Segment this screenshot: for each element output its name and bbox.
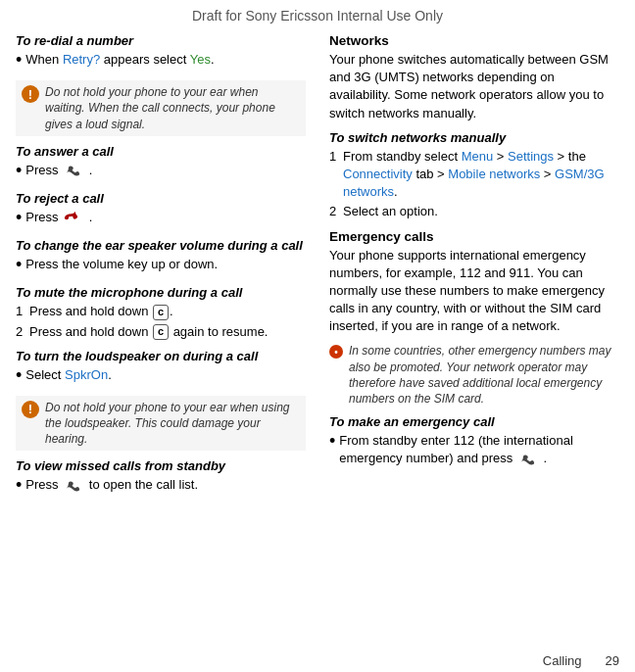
- bullet-icon: •: [16, 48, 22, 72]
- item-text: Press .: [25, 162, 306, 179]
- section-mute-title: To mute the microphone during a call: [16, 285, 306, 300]
- info-box-1: • In some countries, other emergency num…: [329, 343, 619, 407]
- info-text-1: In some countries, other emergency numbe…: [349, 343, 619, 407]
- switch-networks-title: To switch networks manually: [329, 130, 619, 145]
- settings-link: Settings: [508, 149, 554, 164]
- list-number: 2: [16, 323, 29, 341]
- section-loudspeaker: To turn the loudspeaker on during a call…: [16, 349, 306, 388]
- section-reject: To reject a call • Press .: [16, 191, 306, 230]
- draft-header: Draft for Sony Ericsson Internal Use Onl…: [0, 0, 635, 29]
- footer-page-number: 29: [606, 653, 619, 668]
- spkron-text: SpkrOn: [65, 367, 108, 382]
- section-redial-title: To re-dial a number: [16, 33, 306, 48]
- item-text: From standby select Menu > Settings > th…: [343, 148, 619, 202]
- list-item: 1 From standby select Menu > Settings > …: [329, 148, 619, 202]
- yes-text: Yes: [190, 52, 211, 67]
- list-item: • Press .: [16, 162, 306, 183]
- networks-body: Your phone switches automatically betwee…: [329, 51, 619, 122]
- section-redial: To re-dial a number • When Retry? appear…: [16, 33, 306, 72]
- menu-link: Menu: [462, 149, 494, 164]
- item-text: When Retry? appears select Yes.: [25, 51, 306, 69]
- footer: Calling 29: [0, 649, 635, 672]
- section-mute: To mute the microphone during a call 1 P…: [16, 285, 306, 340]
- section-missed-title: To view missed calls from standby: [16, 458, 306, 473]
- right-column: Networks Your phone switches automatical…: [325, 33, 619, 666]
- c-key-icon: c: [153, 305, 169, 320]
- section-switch-networks: To switch networks manually 1 From stand…: [329, 130, 619, 221]
- section-loudspeaker-title: To turn the loudspeaker on during a call: [16, 349, 306, 363]
- list-item: • When Retry? appears select Yes.: [16, 51, 306, 72]
- item-text: Press the volume key up or down.: [25, 256, 306, 273]
- mobile-networks-link: Mobile networks: [448, 167, 540, 181]
- list-item: • Press to open the call list.: [16, 476, 306, 498]
- section-make-emergency: To make an emergency call • From standby…: [329, 414, 619, 467]
- bullet-icon: •: [329, 429, 335, 454]
- section-networks: Networks Your phone switches automatical…: [329, 33, 619, 122]
- section-volume-title: To change the ear speaker volume during …: [16, 238, 306, 253]
- section-answer: To answer a call • Press .: [16, 144, 306, 183]
- item-text: Select SpkrOn.: [25, 366, 306, 384]
- item-text: Press and hold down c.: [29, 303, 306, 320]
- list-item: • Press the volume key up or down.: [16, 256, 306, 277]
- list-item: 2 Select an option.: [329, 203, 619, 220]
- warning-icon-1: !: [22, 85, 39, 103]
- bullet-icon: •: [16, 363, 22, 388]
- call-accept-icon: [64, 164, 83, 177]
- list-item: 1 Press and hold down c.: [16, 303, 306, 320]
- call-accept-icon-2: [64, 479, 83, 493]
- warning-box-1: ! Do not hold your phone to your ear whe…: [16, 80, 306, 136]
- bullet-icon: •: [16, 206, 22, 230]
- bullet-icon: •: [16, 473, 22, 498]
- list-item: • Select SpkrOn.: [16, 366, 306, 388]
- emergency-body: Your phone supports international emerge…: [329, 247, 619, 336]
- c-key-icon: c: [153, 324, 169, 340]
- section-emergency: Emergency calls Your phone supports inte…: [329, 229, 619, 336]
- item-text: Press to open the call list.: [25, 476, 306, 494]
- warning-text-1: Do not hold your phone to your ear when …: [45, 84, 300, 132]
- list-item: 2 Press and hold down c again to resume.: [16, 323, 306, 341]
- section-volume: To change the ear speaker volume during …: [16, 238, 306, 277]
- list-number: 1: [16, 303, 29, 320]
- call-accept-icon-3: [518, 453, 538, 466]
- networks-heading: Networks: [329, 33, 619, 48]
- section-answer-title: To answer a call: [16, 144, 306, 159]
- item-text: Press and hold down c again to resume.: [29, 323, 306, 341]
- warning-box-2: ! Do not hold your phone to your ear whe…: [16, 396, 306, 452]
- bullet-icon: •: [16, 159, 22, 183]
- list-number: 2: [329, 203, 343, 220]
- list-item: • From standby enter 112 (the internatio…: [329, 432, 619, 467]
- retry-text: Retry?: [63, 52, 100, 67]
- section-reject-title: To reject a call: [16, 191, 306, 206]
- bullet-icon: •: [16, 253, 22, 277]
- left-column: To re-dial a number • When Retry? appear…: [16, 33, 314, 666]
- make-emergency-title: To make an emergency call: [329, 414, 619, 429]
- info-icon-1: •: [329, 345, 343, 359]
- section-missed: To view missed calls from standby • Pres…: [16, 458, 306, 498]
- footer-label: Calling: [543, 653, 582, 668]
- connectivity-link: Connectivity: [343, 167, 413, 181]
- warning-text-2: Do not hold your phone to your ear when …: [45, 400, 300, 448]
- warning-icon-2: !: [22, 401, 39, 418]
- list-item: • Press .: [16, 209, 306, 230]
- emergency-heading: Emergency calls: [329, 229, 619, 244]
- item-text: Press .: [25, 209, 306, 226]
- item-text: From standby enter 112 (the internationa…: [339, 432, 619, 467]
- call-reject-icon: [64, 212, 83, 225]
- list-number: 1: [329, 148, 343, 166]
- item-text: Select an option.: [343, 203, 619, 220]
